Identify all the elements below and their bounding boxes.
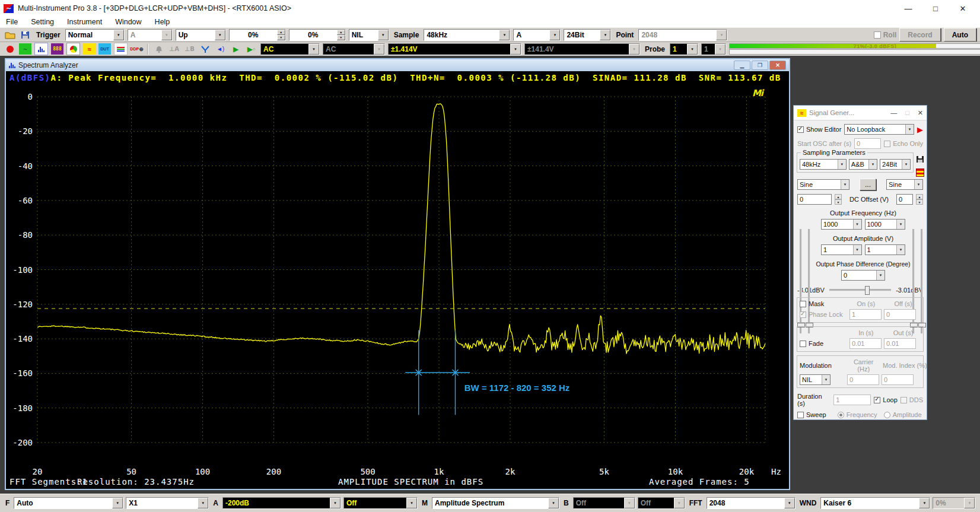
range-b-select[interactable]: ±141.4V▼ (524, 43, 640, 55)
chevron-down-icon[interactable]: ▼ (510, 44, 521, 55)
roll-checkbox[interactable]: Roll (874, 31, 897, 39)
more-waveforms-button[interactable]: ... (860, 179, 876, 190)
amplitude-b-select[interactable]: 1▼ (865, 244, 906, 255)
trigger-delay-spinner[interactable]: 0%▲▼ (289, 29, 346, 41)
window-restore-icon[interactable]: ❐ (752, 61, 768, 70)
siggen-title-bar[interactable]: ≈ Signal Gener... — □ ✕ (794, 106, 927, 120)
menu-window[interactable]: Window (115, 18, 141, 26)
menu-setting[interactable]: Setting (31, 18, 54, 26)
frequency-a-select[interactable]: 1000▼ (821, 219, 862, 230)
signal-generator-icon[interactable]: ≈ (83, 43, 96, 55)
dc-offset-a-input[interactable]: 0 (797, 194, 832, 205)
spin-up-icon[interactable]: ▲ (337, 30, 345, 35)
cursor-reader-a-icon[interactable]: ⊥A (168, 43, 180, 55)
multimeter-icon[interactable]: 888 (51, 43, 63, 55)
probe-a-select[interactable]: 1▼ (670, 43, 698, 55)
sample-rate-select[interactable]: 48kHz▼ (424, 29, 510, 41)
chevron-down-icon[interactable]: ▼ (548, 498, 559, 508)
chevron-down-icon[interactable]: ▼ (905, 125, 914, 134)
chevron-down-icon[interactable]: ▼ (876, 271, 884, 280)
siggen-list-icon[interactable] (916, 168, 924, 178)
fade-in-input[interactable]: 0.01 (849, 338, 882, 349)
chevron-down-icon[interactable]: ▼ (853, 220, 861, 229)
siggen-bits-select[interactable]: 24Bit▼ (880, 159, 911, 170)
spin-down-icon[interactable]: ▼ (835, 199, 842, 205)
spin-up-icon[interactable]: ▲ (277, 30, 285, 35)
device-test-plan-icon[interactable]: DUT (98, 43, 111, 55)
chevron-down-icon[interactable]: ▼ (600, 30, 610, 40)
fft-points-select[interactable]: 2048▼ (707, 497, 796, 509)
spin-down-icon[interactable]: ▼ (277, 35, 285, 40)
modulation-select[interactable]: NIL▼ (800, 374, 831, 385)
chevron-down-icon[interactable]: ▼ (914, 180, 922, 189)
echo-only-checkbox[interactable]: Echo Only (884, 140, 923, 147)
close-icon[interactable]: ✕ (949, 0, 976, 17)
trigger-edge-select[interactable]: Up▼ (176, 29, 226, 41)
spin-up-icon[interactable]: ▲ (835, 194, 842, 199)
chevron-down-icon[interactable]: ▼ (853, 245, 861, 255)
chevron-down-icon[interactable]: ▼ (784, 498, 795, 508)
record-button[interactable]: Record (899, 28, 940, 42)
minimize-icon[interactable]: — (895, 0, 922, 17)
derived-data-icon[interactable] (114, 43, 128, 55)
chevron-down-icon[interactable]: ▼ (896, 245, 905, 255)
maximize-icon[interactable]: □ (922, 0, 949, 17)
range-a-select[interactable]: ±1.414V▼ (388, 43, 521, 55)
coupling-b-select[interactable]: AC▼ (323, 43, 385, 55)
overlap-select[interactable]: 0%▼ (933, 497, 975, 509)
points-select[interactable]: 2048▼ (638, 29, 727, 41)
oscilloscope-icon[interactable]: ~ (19, 43, 31, 55)
duration-input[interactable]: 1 (833, 395, 871, 405)
chevron-down-icon[interactable]: ▼ (308, 44, 319, 55)
mod-index-input[interactable]: 0 (882, 374, 914, 385)
siggen-save-icon[interactable] (916, 155, 924, 164)
chevron-down-icon[interactable]: ▼ (406, 498, 417, 508)
sweep-checkbox[interactable]: Sweep (797, 411, 826, 418)
siggen-minimize-icon[interactable]: — (890, 109, 897, 117)
cursor-reader-b-icon[interactable]: ⊥B (183, 43, 196, 55)
window-minimize-icon[interactable]: ▁ (734, 61, 750, 70)
auto-button[interactable]: Auto (944, 28, 976, 42)
siggen-close-icon[interactable]: ✕ (918, 109, 923, 117)
zoom-select[interactable]: X1▼ (126, 497, 209, 509)
fade-checkbox[interactable]: Fade (800, 340, 847, 347)
open-file-icon[interactable] (4, 29, 16, 40)
play-loop-icon[interactable]: ▶○ (245, 43, 257, 55)
sample-channels-select[interactable]: A▼ (513, 29, 561, 41)
balance-slider-handle[interactable] (865, 286, 870, 295)
mask-on-input[interactable]: 1 (849, 309, 882, 320)
spectrum-plot[interactable]: 0-20-40-60-80-100-120-140-160-180-200205… (6, 84, 789, 489)
b-reference-select[interactable]: Off▼ (638, 497, 685, 509)
alarm-icon[interactable] (152, 43, 165, 55)
chevron-down-icon[interactable]: ▼ (549, 30, 560, 40)
phase-difference-select[interactable]: 0▼ (841, 270, 885, 281)
window-function-select[interactable]: Kaiser 6▼ (820, 497, 930, 509)
chevron-down-icon[interactable]: ▼ (499, 30, 510, 40)
trigger-mode-select[interactable]: Normal▼ (65, 29, 125, 41)
play-icon[interactable]: ▶ (230, 43, 242, 55)
mask-checkbox[interactable]: Mask (800, 300, 846, 307)
trigger-hpf-select[interactable]: NIL▼ (349, 29, 389, 41)
spectrum-chart[interactable]: 0-20-40-60-80-100-120-140-160-180-200205… (6, 84, 789, 489)
dds-checkbox[interactable]: DDS (901, 396, 923, 403)
a-range-select[interactable]: -200dB▼ (222, 497, 341, 509)
chevron-down-icon[interactable]: ▼ (919, 498, 930, 508)
loop-checkbox[interactable]: Loop (874, 396, 897, 403)
spectrum-mode-select[interactable]: Amplitude Spectrum▼ (432, 497, 559, 509)
ddp-viewer-icon[interactable]: DDP⊕ (131, 43, 143, 55)
carrier-input[interactable]: 0 (847, 374, 879, 385)
chevron-down-icon[interactable]: ▼ (902, 160, 910, 169)
generator-play-icon[interactable]: ▶ (917, 125, 923, 134)
chevron-down-icon[interactable]: ▼ (687, 44, 698, 55)
siggen-rate-select[interactable]: 48kHz▼ (800, 159, 847, 170)
b-range-select[interactable]: Off▼ (573, 497, 635, 509)
menu-file[interactable]: File (6, 18, 18, 26)
sweep-frequency-radio[interactable]: Frequency (838, 411, 877, 418)
frequency-b-select[interactable]: 1000▼ (865, 219, 906, 230)
spectrum-window-title-bar[interactable]: Spectrum Analyzer ▁ ❐ ✕ (6, 59, 789, 71)
save-icon[interactable] (19, 29, 31, 40)
spin-up-icon[interactable]: ▲ (916, 194, 923, 199)
waveform-a-select[interactable]: Sine▼ (797, 179, 849, 190)
waveform-b-select[interactable]: Sine▼ (886, 179, 923, 190)
siggen-channels-select[interactable]: A&B▼ (849, 159, 877, 170)
